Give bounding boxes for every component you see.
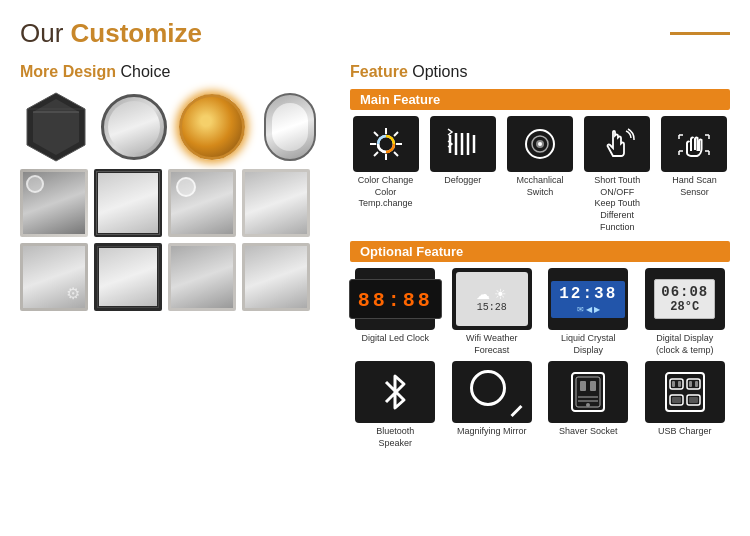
- feature-hand-scan: Hand Scan Sensor: [659, 116, 730, 233]
- mirror-rect-7: [168, 243, 236, 311]
- shaver-icon: [548, 361, 628, 423]
- cloud-icon: ☁: [476, 286, 490, 302]
- title-our: Our: [20, 18, 71, 48]
- shaver-svg: [568, 369, 608, 415]
- lcd-icon3: ▶: [594, 305, 600, 314]
- header: Our Customize: [20, 18, 730, 49]
- mirror-row-3: ⚙: [20, 243, 330, 311]
- usb-label: USB Charger: [658, 426, 712, 438]
- optional-feature-label: Optional Feature: [350, 241, 730, 262]
- main-feature-section: Main Feature: [350, 89, 730, 233]
- svg-point-21: [538, 142, 542, 146]
- svg-rect-41: [687, 379, 700, 389]
- svg-line-10: [394, 152, 398, 156]
- digital2-temp: 28°C: [661, 300, 708, 314]
- feature-bluetooth: Bluetooth Speaker: [350, 361, 441, 449]
- sun-icon: ☀: [494, 286, 507, 302]
- svg-rect-45: [672, 397, 681, 403]
- lcd-icon1: ✉: [577, 305, 584, 314]
- svg-line-11: [394, 132, 398, 136]
- mirror-rect-1: [20, 169, 88, 237]
- circle-mirror-box: [101, 94, 167, 160]
- defogger-icon: [430, 116, 496, 172]
- hand-scan-icon: [661, 116, 727, 172]
- design-title-ign: ig: [92, 63, 106, 80]
- color-change-icon: [353, 116, 419, 172]
- svg-rect-38: [670, 379, 683, 389]
- clock-display: 88:88: [349, 279, 442, 319]
- digital-display2-label: Digital Display(clock & temp): [656, 333, 714, 356]
- color-change-label: Color ChangeColor Temp.change: [351, 175, 421, 210]
- feature-defogger: Defogger: [427, 116, 498, 233]
- magnify-icon: [452, 361, 532, 423]
- usb-svg: [664, 369, 706, 415]
- switch-icon: [507, 116, 573, 172]
- feature-touch: Short Touth ON/OFFKeep Touth DifferentFu…: [582, 116, 653, 233]
- feature-color-change: Color ChangeColor Temp.change: [350, 116, 421, 233]
- optional-icons-row2: Bluetooth Speaker Magnifying Mirror: [350, 361, 730, 449]
- feature-magnify: Magnifying Mirror: [447, 361, 538, 449]
- lcd-icon2: ◀: [586, 305, 592, 314]
- touch-icon: [584, 116, 650, 172]
- mirror-rect-2: [94, 169, 162, 237]
- wifi-weather-label: Wifi Weather Forecast: [457, 333, 527, 356]
- feature-lcd: 12:38 ✉ ◀ ▶ Liquid Crystal Display: [543, 268, 634, 356]
- digital2-time: 06:08: [661, 284, 708, 300]
- mirror-oval: [254, 91, 326, 163]
- lcd-time: 12:38: [559, 285, 617, 303]
- digital-led-clock-icon: 88:88: [355, 268, 435, 330]
- lcd-icon: 12:38 ✉ ◀ ▶: [548, 268, 628, 330]
- mirror-row-1: [20, 91, 330, 163]
- feature-wifi-weather: ☁ ☀ 15:28 Wifi Weather Forecast: [447, 268, 538, 356]
- shaver-label: Shaver Socket: [559, 426, 618, 438]
- hex-svg: [23, 91, 89, 163]
- wifi-weather-icon: ☁ ☀ 15:28: [452, 268, 532, 330]
- mirror-rect-8: [242, 243, 310, 311]
- feature-title-feature: Feature: [350, 63, 408, 80]
- title-customize: Customize: [71, 18, 202, 48]
- feature-usb: USB Charger: [640, 361, 731, 449]
- magnify-container: [470, 370, 514, 414]
- mirror-rect-6: [94, 243, 162, 311]
- sun-rays-svg: [366, 124, 406, 164]
- left-column: More Design Choice: [20, 63, 330, 457]
- design-title-n: n: [106, 63, 116, 80]
- svg-rect-32: [580, 381, 586, 391]
- weather-icons: ☁ ☀: [476, 286, 507, 302]
- oval-mirror-box: [264, 93, 316, 161]
- mirror-circle-plain: [98, 91, 170, 163]
- switch-label: McchanlicalSwitch: [516, 175, 563, 198]
- svg-rect-31: [576, 377, 600, 407]
- circle-lit-box: [179, 94, 245, 160]
- digital-clock-label: Digital Led Clock: [361, 333, 429, 345]
- main-feature-icons: Color ChangeColor Temp.change: [350, 116, 730, 233]
- clock-text: 88:88: [358, 289, 433, 312]
- mirror-rect-3: [168, 169, 236, 237]
- digital-display2-icon: 06:08 28°C: [645, 268, 725, 330]
- magnify-label: Magnifying Mirror: [457, 426, 527, 438]
- design-title-choice: Choice: [116, 63, 170, 80]
- design-title-more: More Des: [20, 63, 92, 80]
- bluetooth-svg: [378, 372, 412, 412]
- feature-digital-clock: 88:88 Digital Led Clock: [350, 268, 441, 356]
- feature-digital-display2: 06:08 28°C Digital Display(clock & temp): [640, 268, 731, 356]
- mirror-rect-4: [242, 169, 310, 237]
- feature-switch: McchanlicalSwitch: [504, 116, 575, 233]
- hand-svg: [675, 125, 713, 163]
- svg-rect-47: [689, 397, 698, 403]
- bluetooth-icon: [355, 361, 435, 423]
- svg-line-9: [374, 132, 378, 136]
- mirror-row-2: [20, 169, 330, 237]
- main-content: More Design Choice: [20, 63, 730, 457]
- magnify-circle-element: [470, 370, 506, 406]
- optional-feature-section: Optional Feature 88:88 Digital Led Clock: [350, 241, 730, 449]
- optional-icons-row1: 88:88 Digital Led Clock ☁ ☀: [350, 268, 730, 356]
- design-section-title: More Design Choice: [20, 63, 330, 81]
- feature-shaver: Shaver Socket: [543, 361, 634, 449]
- page-title: Our Customize: [20, 18, 202, 49]
- defogger-label: Defogger: [444, 175, 481, 187]
- page: Our Customize More Design Choice: [0, 0, 750, 536]
- lcd-display-box: 12:38 ✉ ◀ ▶: [551, 281, 625, 318]
- svg-rect-40: [678, 381, 681, 387]
- svg-rect-33: [590, 381, 596, 391]
